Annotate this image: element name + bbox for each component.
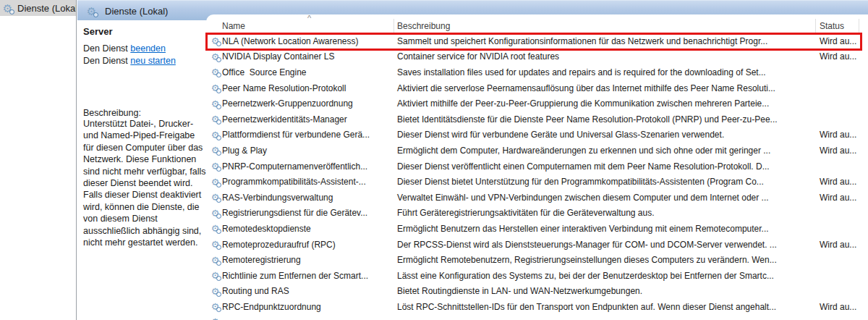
service-gear-icon: ⚙ (210, 270, 221, 281)
service-name: NVIDIA Display Container LS (222, 51, 334, 62)
service-row[interactable]: ⚙RAS-Verbindungsverwaltung Verwaltet Ein… (206, 190, 868, 206)
service-name: Peernetzwerkidentitäts-Manager (222, 114, 347, 125)
service-description: Führt Geräteregistrierungsaktivitäten fü… (394, 208, 816, 218)
service-description: Ermöglicht Remotebenutzern, Registrierun… (394, 255, 816, 265)
service-row[interactable]: ⚙Registrierungsdienst für die Gerätev...… (206, 206, 868, 222)
service-name: Peer Name Resolution-Protokoll (222, 83, 346, 93)
service-row[interactable]: ⚙PNRP-Computernamenveröffentlich... Dies… (206, 159, 868, 174)
service-description: Dieser Dienst wird für verbundene Geräte… (394, 130, 816, 140)
column-header-status[interactable]: Status (816, 19, 859, 33)
column-header-name[interactable]: Name (206, 19, 394, 33)
service-description: Container service for NVIDIA root featur… (394, 51, 816, 62)
services-table-body: ⚙NLA (Network Location Awareness) Sammel… (206, 33, 868, 315)
partial-row: ⚙ (206, 315, 868, 320)
service-description: Dieser Dienst bietet Unterstützung für d… (394, 177, 816, 187)
service-row[interactable]: ⚙Plattformdienst für verbundene Gerä... … (206, 127, 868, 143)
service-gear-icon: ⚙ (210, 114, 221, 125)
service-status: Wird au... (816, 146, 859, 156)
view-title: Dienste (Lokal) (105, 6, 168, 17)
column-header-beschreibung[interactable]: Beschreibung (394, 19, 816, 33)
service-name: Remoteregistrierung (222, 255, 301, 265)
service-action-links: Den Dienst beenden Den Dienst neu starte… (83, 43, 206, 67)
service-gear-icon: ⚙ (210, 67, 221, 77)
service-info-panel: Server Den Dienst beenden Den Dienst neu… (77, 20, 206, 320)
service-gear-icon: ⚙ (210, 145, 221, 156)
service-description: Verwaltet Einwähl- und VPN-Verbindungen … (394, 193, 816, 203)
sort-ascending-icon: ^ (307, 14, 311, 22)
service-gear-icon: ⚙ (210, 255, 221, 266)
service-row[interactable]: ⚙Peer Name Resolution-Protokoll Aktivier… (206, 80, 868, 96)
service-row[interactable]: ⚙NLA (Network Location Awareness) Sammel… (206, 33, 868, 49)
service-description: Dieser Dienst veröffentlicht einen Compu… (394, 161, 816, 172)
service-row[interactable]: ⚙Richtlinie zum Entfernen der Scmart... … (206, 268, 868, 284)
service-name: Plug & Play (222, 146, 267, 156)
service-gear-icon: ⚙ (210, 301, 221, 312)
stop-service-link[interactable]: beenden (130, 43, 166, 54)
service-row[interactable]: ⚙Routing und RAS Bietet Routingdienste i… (206, 284, 868, 300)
service-name: Routing und RAS (222, 286, 289, 296)
service-gear-icon: ⚙ (210, 98, 221, 109)
service-name: NLA (Network Location Awareness) (222, 36, 359, 46)
service-name: Peernetzwerk-Gruppenzuordnung (222, 98, 353, 109)
column-header-spacer (859, 19, 868, 33)
service-row[interactable]: ⚙NVIDIA Display Container LS Container s… (206, 49, 868, 65)
service-description: Der RPCSS-Dienst wird als Dienststeuerun… (394, 240, 816, 250)
service-status: Wird au... (816, 193, 859, 203)
service-row[interactable]: ⚙Peernetzwerkidentitäts-Manager Bietet I… (206, 111, 868, 127)
services-list-panel: Name Beschreibung Status ^ ⚙NLA (Network… (206, 14, 868, 320)
service-description: Löst RPC-Schnittstellen-IDs für den Tran… (394, 302, 816, 312)
service-status: Wird au... (816, 302, 859, 312)
service-gear-icon: ⚙ (210, 130, 221, 140)
view-header-title-group: ⚙ Dienste (Lokal) (85, 3, 168, 19)
service-row[interactable]: ⚙Peernetzwerk-Gruppenzuordnung Aktiviert… (206, 96, 868, 111)
service-name: Remoteprozeduraufruf (RPC) (222, 240, 336, 250)
service-gear-icon: ⚙ (210, 316, 221, 320)
service-name: Office Source Engine (222, 67, 307, 77)
service-name: Remotedesktopdienste (222, 224, 311, 234)
service-description-text: Unterstützt Datei-, Drucker- und Named-P… (83, 118, 206, 248)
service-description: Aktiviert mithilfe der Peer-zu-Peer-Grup… (394, 98, 816, 109)
restart-service-link[interactable]: neu starten (130, 56, 176, 66)
service-status: Wird au... (816, 51, 859, 62)
service-row[interactable]: ⚙Plug & Play Ermöglicht dem Computer, Ha… (206, 143, 868, 159)
service-gear-icon: ⚙ (210, 208, 221, 219)
services-gear-icon: ⚙ (85, 5, 98, 17)
service-description: Bietet Routingdienste in LAN- und WAN-Ne… (394, 286, 816, 296)
service-row[interactable]: ⚙Remotedesktopdienste Ermöglicht Benutze… (206, 221, 868, 237)
service-description: Sammelt und speichert Konfigurationsinfo… (394, 36, 816, 46)
console-tree-panel: ⚙ Dienste (Lokal) (0, 0, 77, 320)
service-name: Registrierungsdienst für die Gerätev... (222, 208, 367, 218)
restart-link-prefix: Den Dienst (83, 56, 130, 66)
service-description: Bietet Identitätsdienste für die Dienste… (394, 114, 816, 125)
service-name: Programmkompatibilitäts-Assistent-... (222, 177, 366, 187)
tree-item-label: Dienste (Lokal) (17, 3, 76, 14)
service-gear-icon: ⚙ (210, 239, 221, 250)
service-description: Ermöglicht dem Computer, Hardwareänderun… (394, 146, 816, 156)
service-row[interactable]: ⚙Programmkompatibilitäts-Assistent-... D… (206, 174, 868, 190)
service-description: Lässt eine Konfiguration des Systems zu,… (394, 271, 816, 281)
service-status: Wird au... (816, 240, 859, 250)
service-row[interactable]: ⚙RPC-Endpunktzuordnung Löst RPC-Schnitts… (206, 299, 868, 315)
service-gear-icon: ⚙ (210, 83, 221, 93)
service-name: Richtlinie zum Entfernen der Scmart... (222, 271, 368, 281)
service-row[interactable]: ⚙Office Source Engine Saves installation… (206, 64, 868, 80)
tree-item-dienste-lokal[interactable]: ⚙ Dienste (Lokal) (0, 0, 76, 16)
service-gear-icon: ⚙ (210, 51, 221, 62)
service-name: Plattformdienst für verbundene Gerä... (222, 130, 370, 140)
description-label: Beschreibung: (83, 108, 206, 118)
service-status: Wird au... (816, 130, 859, 140)
service-name: PNRP-Computernamenveröffentlich... (222, 161, 367, 172)
service-gear-icon: ⚙ (210, 223, 221, 234)
stop-link-prefix: Den Dienst (83, 43, 130, 54)
services-extended-view: ⚙ Dienste (Lokal) Server Den Dienst been… (77, 0, 868, 320)
services-gear-icon: ⚙ (1, 2, 14, 14)
service-row[interactable]: ⚙Remoteprozeduraufruf (RPC) Der RPCSS-Di… (206, 237, 868, 253)
service-name: RAS-Verbindungsverwaltung (222, 193, 333, 203)
service-description: Ermöglicht Benutzern das Herstellen eine… (394, 224, 816, 234)
services-window: ⚙ Dienste (Lokal) ⚙ Dienste (Lokal) Serv… (0, 0, 868, 320)
service-gear-icon: ⚙ (210, 286, 221, 297)
selected-service-title: Server (83, 26, 206, 37)
service-row[interactable]: ⚙Remoteregistrierung Ermöglicht Remotebe… (206, 252, 868, 268)
service-gear-icon: ⚙ (210, 161, 221, 172)
service-description: Aktiviert die serverlose Peernamensauflö… (394, 83, 816, 93)
